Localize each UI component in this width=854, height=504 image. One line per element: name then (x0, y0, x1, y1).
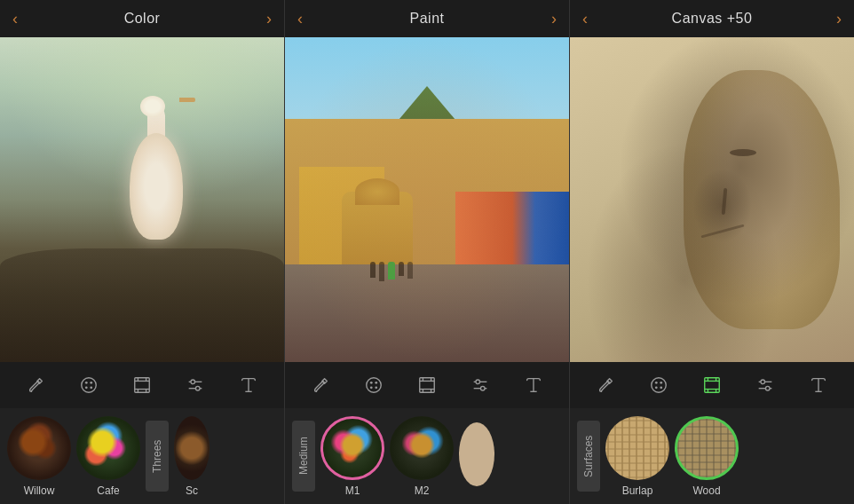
canvas-nav-left[interactable]: ‹ (570, 10, 600, 28)
canvas-sliders-icon[interactable] (749, 369, 781, 401)
svg-rect-23 (420, 378, 435, 393)
svg-point-18 (367, 378, 382, 393)
color-panel-header: ‹ Color › (0, 0, 284, 37)
filter-thumb-wood (675, 416, 739, 480)
svg-point-33 (480, 386, 485, 390)
filter-tab-medium-label: Medium (297, 437, 310, 476)
filter-tab-threes[interactable]: Threes (146, 421, 169, 492)
filter-tab-threes-label: Threes (151, 439, 163, 472)
filter-item-sc[interactable]: Sc (174, 416, 210, 497)
canvas-panel-title: Canvas +50 (672, 11, 753, 27)
paint-brush-icon[interactable] (304, 369, 336, 401)
filter-thumb-plain (459, 422, 494, 486)
paint-nav-right[interactable]: › (539, 10, 569, 28)
svg-point-37 (655, 382, 658, 384)
paint-panel: ‹ Paint › (285, 0, 570, 504)
color-nav-right[interactable]: › (254, 10, 284, 28)
filter-item-m2[interactable]: M2 (390, 416, 454, 497)
svg-point-50 (761, 380, 765, 384)
palette-icon[interactable] (73, 369, 105, 401)
svg-point-14 (191, 380, 195, 384)
filter-item-wood[interactable]: Wood (675, 416, 739, 497)
color-panel: ‹ Color › (0, 0, 285, 504)
canvas-filter-strip: Surfaces Burlap Wood (570, 408, 854, 504)
filter-item-plain[interactable] (459, 422, 494, 491)
svg-rect-41 (705, 378, 720, 393)
sliders-icon[interactable] (179, 369, 211, 401)
canvas-panel-header: ‹ Canvas +50 › (570, 0, 854, 37)
paint-panel-title: Paint (410, 11, 445, 27)
svg-point-4 (90, 386, 92, 389)
filter-item-burlap[interactable]: Burlap (605, 416, 669, 497)
color-panel-title: Color (124, 11, 161, 27)
filter-thumb-cafe (76, 416, 140, 480)
canvas-panel: ‹ Canvas +50 › (570, 0, 854, 504)
svg-point-19 (370, 382, 373, 384)
filter-item-cafe[interactable]: Cafe (76, 416, 140, 497)
canvas-frame-icon[interactable] (126, 369, 158, 401)
canvas-text-icon[interactable] (803, 369, 834, 401)
paint-filter-strip: Medium M1 M2 (285, 408, 569, 504)
canvas-frame-icon[interactable] (696, 369, 728, 401)
svg-point-32 (476, 380, 480, 384)
filter-label-cafe: Cafe (97, 484, 119, 497)
filter-thumb-sc (174, 416, 210, 480)
paint-toolbar (285, 362, 569, 408)
canvas-palette-icon[interactable] (643, 369, 675, 401)
svg-point-0 (82, 378, 97, 393)
color-filter-strip: Willow Cafe Threes Sc (0, 408, 284, 504)
color-nav-left[interactable]: ‹ (0, 10, 30, 28)
filter-label-sc: Sc (186, 484, 198, 497)
filter-tab-surfaces[interactable]: Surfaces (577, 421, 600, 492)
svg-point-40 (660, 386, 662, 389)
filter-thumb-m1 (320, 416, 384, 480)
filter-label-m1: M1 (345, 484, 360, 497)
filter-item-m1[interactable]: M1 (320, 416, 384, 497)
color-panel-image (0, 37, 284, 362)
filter-tab-surfaces-label: Surfaces (582, 435, 595, 476)
svg-point-2 (90, 382, 92, 384)
svg-point-3 (85, 386, 88, 389)
filter-label-willow: Willow (24, 484, 55, 497)
filter-item-willow[interactable]: Willow (7, 416, 71, 497)
text-icon[interactable] (233, 369, 265, 401)
brush-icon[interactable] (20, 369, 51, 401)
svg-point-39 (655, 386, 658, 389)
svg-point-15 (195, 386, 200, 390)
filter-label-burlap: Burlap (622, 484, 653, 497)
svg-point-38 (660, 382, 662, 384)
paint-panel-image (285, 37, 569, 362)
filter-label-wood: Wood (692, 484, 720, 497)
color-toolbar (0, 362, 284, 408)
paint-sliders-icon[interactable] (464, 369, 496, 401)
svg-point-20 (375, 382, 377, 384)
canvas-brush-icon[interactable] (589, 369, 621, 401)
filter-thumb-willow (7, 416, 71, 480)
svg-point-36 (652, 378, 667, 393)
paint-nav-left[interactable]: ‹ (285, 10, 315, 28)
svg-point-51 (765, 386, 770, 390)
paint-palette-icon[interactable] (358, 369, 390, 401)
filter-thumb-burlap (605, 416, 669, 480)
paint-panel-header: ‹ Paint › (285, 0, 569, 37)
svg-point-21 (370, 386, 373, 389)
filter-thumb-m2 (390, 416, 454, 480)
svg-rect-5 (135, 378, 150, 393)
canvas-toolbar (570, 362, 854, 408)
svg-point-22 (375, 386, 377, 389)
paint-text-icon[interactable] (518, 369, 550, 401)
canvas-nav-right[interactable]: › (824, 10, 854, 28)
filter-label-m2: M2 (415, 484, 430, 497)
paint-canvas-frame-icon[interactable] (411, 369, 443, 401)
filter-tab-medium[interactable]: Medium (292, 421, 315, 492)
svg-point-1 (85, 382, 88, 384)
canvas-panel-image (570, 37, 854, 362)
